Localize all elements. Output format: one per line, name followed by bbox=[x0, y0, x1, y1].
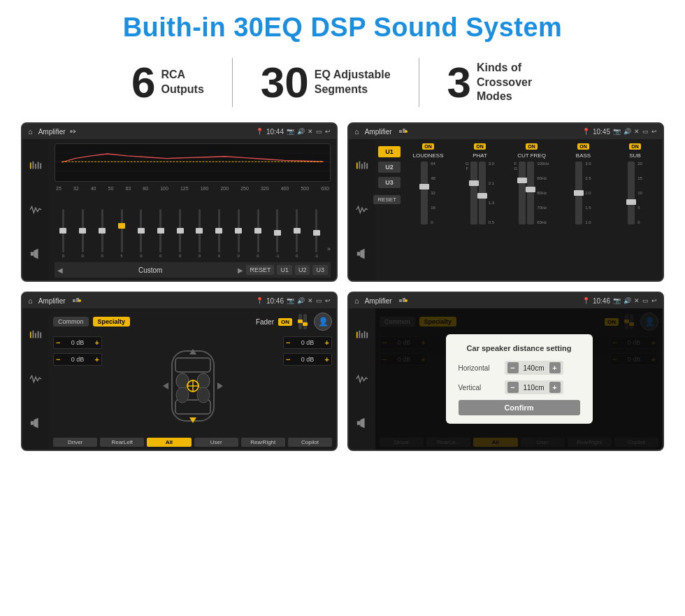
fader-car-area bbox=[106, 336, 279, 435]
horizontal-plus-btn[interactable]: + bbox=[549, 362, 561, 373]
eq-u1-btn[interactable]: U1 bbox=[277, 265, 292, 275]
svg-point-14 bbox=[405, 130, 408, 133]
vertical-plus-btn[interactable]: + bbox=[549, 382, 561, 393]
mode-common-btn[interactable]: Common bbox=[53, 317, 89, 327]
home-icon-3[interactable]: ⌂ bbox=[28, 296, 33, 305]
svg-rect-54 bbox=[357, 422, 361, 425]
eq-icon-4[interactable] bbox=[354, 328, 370, 342]
wave-icon-3[interactable] bbox=[27, 372, 44, 386]
preset-u1[interactable]: U1 bbox=[378, 146, 401, 157]
back-icon-2[interactable]: ↩ bbox=[651, 128, 657, 135]
horizontal-value: 140cm bbox=[521, 364, 547, 372]
eq-u3-btn[interactable]: U3 bbox=[312, 265, 328, 275]
eq-slider-2[interactable]: 0 bbox=[94, 209, 111, 258]
preset-u2[interactable]: U2 bbox=[378, 162, 401, 173]
stat-number-rca: 6 bbox=[131, 61, 155, 104]
db-plus-fr[interactable]: + bbox=[325, 338, 329, 347]
eq-slider-5[interactable]: 0 bbox=[152, 209, 169, 258]
wave-icon-2[interactable] bbox=[354, 203, 370, 217]
eq-slider-4[interactable]: 0 bbox=[132, 209, 150, 258]
eq-slider-12[interactable]: 0 bbox=[288, 209, 305, 258]
fader-slider-1[interactable] bbox=[298, 314, 302, 329]
bass-slider[interactable] bbox=[575, 162, 582, 224]
back-icon-3[interactable]: ↩ bbox=[325, 297, 331, 304]
eq-slider-6[interactable]: 0 bbox=[171, 209, 189, 258]
svg-rect-2 bbox=[30, 162, 31, 169]
bottom-rearright-btn[interactable]: RearRight bbox=[241, 438, 285, 447]
screen-title-3: Amplifier bbox=[38, 297, 66, 305]
crossover-reset-btn[interactable]: RESET bbox=[373, 195, 401, 204]
cutfreq-on[interactable]: ON bbox=[526, 143, 538, 150]
phat-slider-f[interactable] bbox=[479, 162, 486, 224]
bass-on[interactable]: ON bbox=[577, 143, 589, 150]
eq-prev-btn[interactable]: ◀ bbox=[57, 266, 63, 274]
bottom-driver-btn[interactable]: Driver bbox=[53, 438, 97, 447]
home-icon[interactable]: ⌂ bbox=[28, 127, 33, 136]
eq-icon-2[interactable] bbox=[354, 159, 370, 173]
bottom-rearleft-btn[interactable]: RearLeft bbox=[100, 438, 144, 447]
cutfreq-slider-g[interactable] bbox=[527, 162, 534, 224]
eq-next-btn[interactable]: ▶ bbox=[238, 266, 243, 274]
cutfreq-slider-f[interactable] bbox=[519, 162, 526, 224]
sub-slider[interactable] bbox=[628, 162, 635, 224]
ctrl-bass: ON BASS 3.0 2.5 2.0 1.5 1.0 bbox=[558, 143, 608, 278]
fader-on-badge[interactable]: ON bbox=[278, 318, 292, 326]
db-minus-rr[interactable]: − bbox=[286, 355, 290, 364]
db-minus-fl[interactable]: − bbox=[56, 338, 60, 347]
svg-rect-46 bbox=[399, 299, 402, 302]
bottom-all-btn[interactable]: All bbox=[147, 438, 191, 447]
sub-on[interactable]: ON bbox=[629, 143, 641, 150]
db-plus-rr[interactable]: + bbox=[325, 355, 329, 364]
screen-title-4: Amplifier bbox=[365, 297, 392, 305]
svg-rect-28 bbox=[38, 331, 39, 338]
wave-icon[interactable] bbox=[27, 203, 44, 217]
eq-slider-8[interactable]: 0 bbox=[210, 209, 228, 258]
svg-point-37 bbox=[176, 387, 189, 403]
eq-slider-13[interactable]: -1 bbox=[308, 209, 325, 258]
vertical-minus-btn[interactable]: − bbox=[507, 382, 519, 393]
confirm-button[interactable]: Confirm bbox=[459, 400, 580, 415]
speaker-icon-2[interactable] bbox=[354, 247, 370, 261]
screen-content-3: Common Specialty Fader ON 👤 bbox=[22, 308, 336, 450]
phat-on[interactable]: ON bbox=[474, 143, 486, 150]
db-plus-fl[interactable]: + bbox=[95, 338, 99, 347]
eq-slider-1[interactable]: 0 bbox=[74, 209, 92, 258]
eq-slider-3[interactable]: 5 bbox=[113, 209, 131, 258]
preset-u3[interactable]: U3 bbox=[378, 177, 401, 188]
eq-slider-9[interactable]: 0 bbox=[230, 209, 247, 258]
home-icon-4[interactable]: ⌂ bbox=[354, 296, 359, 305]
close-icon: ✕ bbox=[308, 128, 313, 135]
wave-icon-4[interactable] bbox=[354, 372, 370, 386]
home-icon-2[interactable]: ⌂ bbox=[354, 127, 359, 136]
speaker-icon-4[interactable] bbox=[354, 416, 370, 430]
loudness-on[interactable]: ON bbox=[422, 143, 434, 150]
eq-icon-3[interactable] bbox=[27, 328, 44, 342]
db-minus-fr[interactable]: − bbox=[286, 338, 290, 347]
speaker-icon[interactable] bbox=[27, 247, 44, 261]
loudness-slider[interactable] bbox=[421, 162, 428, 224]
eq-u2-btn[interactable]: U2 bbox=[295, 265, 310, 275]
mode-specialty-btn[interactable]: Specialty bbox=[93, 317, 131, 327]
back-icon[interactable]: ↩ bbox=[325, 128, 331, 135]
eq-freq-labels: 253240 506380 100125160 200250320 400500… bbox=[55, 186, 331, 191]
db-control-rr: − 0 dB + bbox=[283, 353, 332, 366]
db-minus-rl[interactable]: − bbox=[56, 355, 60, 364]
eq-slider-0[interactable]: 0 bbox=[55, 209, 72, 258]
speaker-icon-3[interactable] bbox=[27, 416, 44, 430]
eq-slider-7[interactable]: 0 bbox=[191, 209, 208, 258]
phat-slider-g[interactable] bbox=[470, 162, 477, 224]
eq-icon[interactable] bbox=[27, 159, 44, 173]
db-plus-rl[interactable]: + bbox=[95, 355, 99, 364]
back-icon-4[interactable]: ↩ bbox=[651, 297, 657, 304]
bottom-user-btn[interactable]: User bbox=[194, 438, 238, 447]
svg-point-24 bbox=[78, 299, 81, 302]
camera-icon-3: 📷 bbox=[287, 297, 294, 304]
horizontal-minus-btn[interactable]: − bbox=[507, 362, 519, 373]
eq-slider-10[interactable]: 0 bbox=[250, 209, 267, 258]
db-value-fr: 0 dB bbox=[292, 339, 322, 346]
volume-icon: 🔊 bbox=[297, 128, 305, 135]
fader-slider-2[interactable] bbox=[303, 314, 307, 329]
bottom-copilot-btn[interactable]: Copilot bbox=[288, 438, 332, 447]
eq-slider-11[interactable]: -1 bbox=[268, 209, 286, 258]
eq-reset-btn[interactable]: RESET bbox=[246, 265, 274, 275]
